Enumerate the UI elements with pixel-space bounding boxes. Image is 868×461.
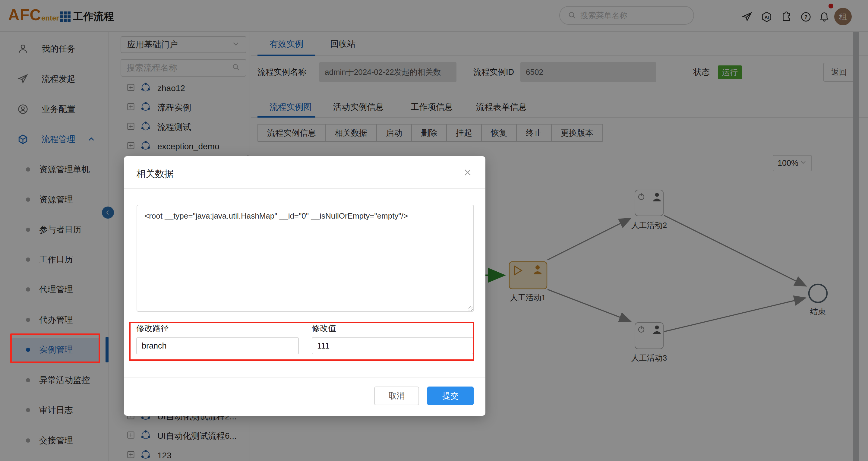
related-data-xml-textarea[interactable]: <root __type="java:java.util.HashMap" __… — [136, 205, 474, 312]
close-icon[interactable] — [461, 166, 474, 179]
modal-title: 相关数据 — [136, 167, 174, 180]
app-root: AFC enter 工作流程 — [0, 0, 868, 461]
annotation-red-box-fields — [129, 322, 474, 361]
textarea-resize-grip[interactable] — [468, 306, 473, 311]
modal-header-divider — [124, 188, 486, 189]
modal-footer-divider — [124, 377, 486, 378]
related-data-modal: 相关数据 <root __type="java:java.util.HashMa… — [124, 156, 486, 416]
submit-button[interactable]: 提交 — [427, 387, 474, 405]
annotation-red-box-sidebar — [10, 334, 100, 363]
cancel-button[interactable]: 取消 — [374, 387, 419, 405]
submit-button-label: 提交 — [442, 391, 459, 401]
cancel-button-label: 取消 — [389, 391, 405, 401]
